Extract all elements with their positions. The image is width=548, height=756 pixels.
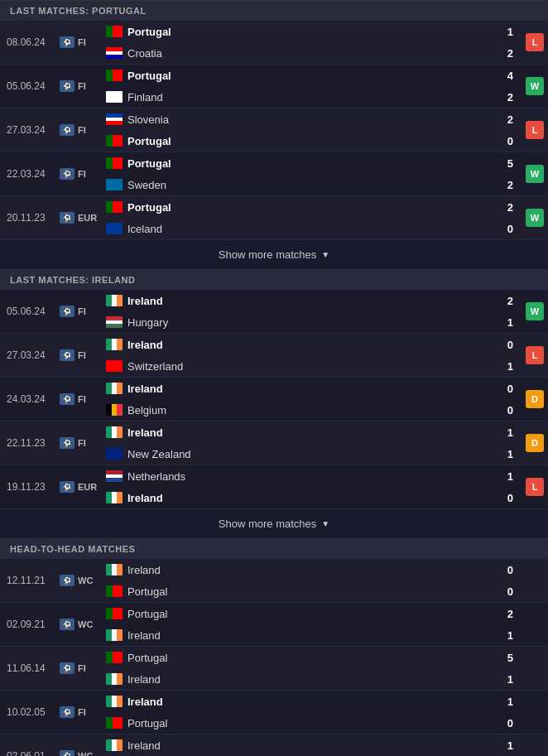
match-scores: 20 bbox=[488, 108, 513, 152]
flag-icon bbox=[106, 339, 123, 350]
match-competition: ⚽ WC bbox=[56, 734, 106, 756]
flag-icon bbox=[106, 717, 123, 729]
match-result: W bbox=[513, 65, 548, 108]
flag-icon bbox=[106, 404, 123, 416]
result-badge: W bbox=[526, 165, 544, 183]
team-row-away: Hungary bbox=[106, 311, 488, 333]
team-name-away: Ireland bbox=[127, 629, 161, 642]
match-teams: Portugal Finland bbox=[106, 65, 488, 108]
match-scores: 20 bbox=[488, 196, 513, 239]
team-row-away: New Zealand bbox=[106, 443, 488, 465]
result-badge: W bbox=[526, 302, 544, 320]
match-pair: 22.11.23 ⚽ FI Ireland New Zealand 11D bbox=[0, 421, 548, 465]
match-pair: 19.11.23 ⚽ EUR Netherlands Ireland 10L bbox=[0, 465, 548, 509]
score-away: 2 bbox=[507, 86, 513, 108]
result-badge: W bbox=[526, 209, 544, 227]
flag-icon bbox=[106, 26, 123, 37]
flag-icon bbox=[106, 585, 123, 597]
match-teams: Portugal Iceland bbox=[106, 196, 488, 239]
result-badge: L bbox=[526, 346, 544, 364]
section-header-ireland: LAST MATCHES: IRELAND bbox=[0, 269, 548, 290]
flag-icon bbox=[106, 91, 123, 103]
comp-label: EUR bbox=[78, 213, 97, 223]
match-date: 22.11.23 bbox=[0, 421, 56, 465]
competition-icon: ⚽ bbox=[60, 437, 75, 449]
score-home: 4 bbox=[507, 65, 513, 86]
team-row-home: Portugal bbox=[106, 647, 488, 668]
match-result: D bbox=[513, 378, 548, 421]
flag-icon bbox=[106, 426, 123, 438]
comp-label: FI bbox=[78, 663, 86, 673]
team-name-home: Ireland bbox=[127, 426, 163, 439]
flag-icon bbox=[106, 179, 123, 190]
score-home: 5 bbox=[507, 647, 513, 668]
match-teams: Ireland Hungary bbox=[106, 290, 488, 333]
competition-icon: ⚽ bbox=[60, 706, 75, 718]
comp-label: FI bbox=[78, 125, 86, 135]
score-away: 1 bbox=[507, 355, 513, 377]
flag-icon bbox=[106, 673, 123, 685]
show-more-button[interactable]: Show more matches ▼ bbox=[0, 240, 548, 269]
comp-label: FI bbox=[78, 37, 86, 47]
match-pair: 27.03.24 ⚽ FI Ireland Switzerland 01L bbox=[0, 334, 548, 378]
show-more-button[interactable]: Show more matches ▼ bbox=[0, 509, 548, 538]
team-row-home: Ireland bbox=[106, 734, 488, 756]
match-competition: ⚽ EUR bbox=[56, 196, 106, 239]
score-away: 0 bbox=[507, 399, 513, 421]
match-result: W bbox=[513, 290, 548, 333]
team-name-home: Ireland bbox=[127, 564, 161, 576]
result-badge: D bbox=[526, 434, 544, 452]
team-name-home: Portugal bbox=[127, 157, 171, 170]
section-header-portugal: LAST MATCHES: PORTUGAL bbox=[0, 0, 548, 21]
match-teams: Ireland Portugal bbox=[106, 734, 488, 756]
score-home: 1 bbox=[507, 691, 513, 712]
match-scores: 51 bbox=[488, 647, 513, 690]
flag-icon bbox=[106, 295, 123, 306]
match-pair: 12.11.21 ⚽ WC Ireland Portugal 00 bbox=[0, 559, 548, 603]
team-row-home: Ireland bbox=[106, 290, 488, 311]
score-away: 1 bbox=[507, 443, 513, 465]
team-name-away: Ireland bbox=[127, 673, 161, 686]
team-row-home: Slovenia bbox=[106, 108, 488, 130]
result-badge: L bbox=[526, 33, 544, 51]
score-home: 1 bbox=[507, 421, 513, 443]
match-date: 02.06.01 bbox=[0, 734, 56, 756]
match-competition: ⚽ FI bbox=[56, 108, 106, 152]
match-competition: ⚽ FI bbox=[56, 691, 106, 734]
comp-label: WC bbox=[78, 751, 93, 756]
match-competition: ⚽ FI bbox=[56, 421, 106, 465]
team-row-home: Portugal bbox=[106, 603, 488, 624]
match-date: 27.03.24 bbox=[0, 108, 56, 152]
comp-label: WC bbox=[78, 619, 93, 629]
match-competition: ⚽ WC bbox=[56, 603, 106, 646]
team-row-home: Netherlands bbox=[106, 465, 488, 487]
match-scores: 21 bbox=[488, 603, 513, 646]
team-name-away: Belgium bbox=[127, 404, 166, 417]
competition-icon: ⚽ bbox=[60, 662, 75, 674]
team-row-home: Portugal bbox=[106, 152, 488, 174]
flag-icon bbox=[106, 316, 123, 328]
match-date: 05.06.24 bbox=[0, 290, 56, 333]
match-pair: 22.03.24 ⚽ FI Portugal Sweden 52W bbox=[0, 152, 548, 196]
match-competition: ⚽ FI bbox=[56, 21, 106, 64]
match-result bbox=[513, 647, 548, 690]
flag-icon bbox=[106, 223, 123, 234]
flag-icon bbox=[106, 201, 123, 213]
match-result bbox=[513, 559, 548, 602]
match-scores: 00 bbox=[488, 378, 513, 421]
match-scores: 21 bbox=[488, 290, 513, 333]
match-result: W bbox=[513, 196, 548, 239]
team-name-home: Portugal bbox=[127, 26, 171, 38]
team-row-away: Ireland bbox=[106, 668, 488, 690]
competition-icon: ⚽ bbox=[60, 212, 75, 224]
comp-label: WC bbox=[78, 575, 93, 585]
result-badge: L bbox=[526, 121, 544, 139]
match-date: 10.02.05 bbox=[0, 691, 56, 734]
match-teams: Ireland New Zealand bbox=[106, 421, 488, 465]
match-competition: ⚽ WC bbox=[56, 559, 106, 602]
section-header-h2h: HEAD-TO-HEAD MATCHES bbox=[0, 538, 548, 559]
match-teams: Portugal Ireland bbox=[106, 603, 488, 646]
competition-icon: ⚽ bbox=[60, 80, 75, 92]
team-name-away: Ireland bbox=[127, 492, 163, 504]
competition-icon: ⚽ bbox=[60, 393, 75, 405]
